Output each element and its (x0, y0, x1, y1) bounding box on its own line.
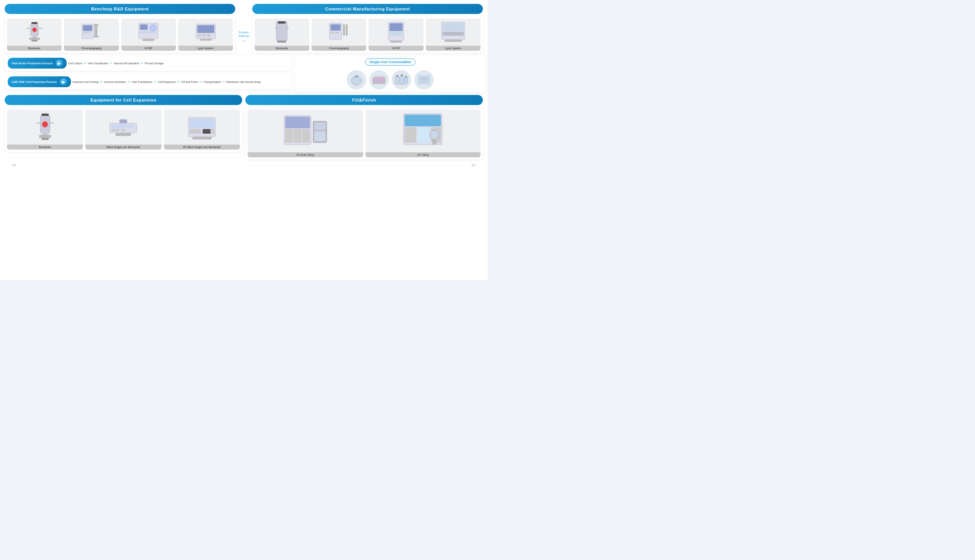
svg-rect-54 (405, 78, 408, 84)
svg-rect-71 (112, 129, 119, 131)
consumable-bottles-circle (392, 70, 411, 90)
top-equipment-section: Benchtop R&D Equipment (5, 4, 483, 53)
cell-expansion-grid: Bioreactor Wave Single-Us (5, 107, 242, 152)
consumables-items (298, 70, 483, 90)
svg-rect-38 (389, 23, 403, 31)
viral-label-text: Viral Vector Production Process (12, 62, 53, 65)
svg-rect-33 (331, 32, 334, 34)
consumable-tray (369, 70, 389, 90)
svg-rect-95 (432, 139, 436, 145)
svg-rect-80 (192, 137, 212, 140)
page: Benchtop R&D Equipment (0, 0, 488, 280)
benchtop-panel: Benchtop R&D Equipment (5, 4, 235, 53)
benchtop-chromatography-img (64, 19, 119, 46)
svg-rect-30 (277, 41, 286, 43)
viral-steps: Cell Culture ›› Viral Transfection ›› Ha… (67, 61, 288, 65)
svg-rect-22 (198, 34, 201, 37)
commercial-bioreactor-label: Bioreactor (255, 46, 309, 51)
viral-vector-label: Viral Vector Production Process ▶ (8, 58, 67, 69)
svg-rect-6 (31, 40, 38, 41)
benchtop-ufdf-label: UF/DF (121, 46, 176, 51)
svg-rect-85 (302, 129, 310, 143)
cart-arrow-icon: ▶ (60, 78, 67, 85)
dp-filling-img (365, 110, 481, 152)
bottom-row: Equipment for Cell Expansion (5, 95, 483, 160)
commercial-equipment-grid: Bioreactor Chromatography (252, 16, 483, 53)
benchtop-equipment-grid: Bioreactor (5, 16, 235, 53)
chevron-icon-2: ›› (110, 61, 113, 65)
svg-rect-26 (276, 21, 287, 41)
svg-point-94 (430, 130, 439, 140)
svg-rect-34 (335, 32, 339, 34)
viral-step-2: Viral Transfection (86, 62, 110, 65)
svg-rect-57 (405, 76, 407, 78)
svg-rect-66 (50, 122, 54, 123)
cart-chevron-3: ›› (153, 80, 157, 84)
cell-2dwave-card: 2D Wave Single-Use Bioreactor (164, 110, 240, 150)
commercial-chromatography-card: Chromatography (312, 19, 366, 51)
svg-rect-78 (203, 129, 211, 134)
bottles-icon (393, 73, 410, 87)
dp-filling-icon (401, 112, 444, 150)
svg-rect-68 (41, 138, 49, 140)
dp-filling-label: DP Filling (365, 152, 481, 157)
svg-rect-46 (355, 75, 358, 78)
svg-rect-25 (200, 39, 212, 41)
svg-rect-88 (314, 131, 326, 141)
cart-label-text: CAR-T/NK Cell Production Process (12, 81, 57, 83)
lysis-icon (194, 20, 217, 44)
fill-finish-section: Fill&Finish (245, 95, 483, 160)
svg-rect-28 (275, 28, 277, 29)
viral-step-3: Harvest &Purification (113, 62, 140, 65)
viral-arrow-icon: ▶ (56, 60, 63, 67)
tray-icon (371, 73, 387, 87)
svg-rect-59 (419, 77, 429, 78)
viral-vector-row: Viral Vector Production Process ▶ Cell C… (5, 55, 291, 71)
consumable-filter-circle (414, 70, 434, 90)
commercial-ufdf-card: UF/DF (369, 19, 423, 51)
svg-rect-83 (285, 129, 293, 143)
svg-rect-21 (197, 25, 214, 33)
wave-bioreactor-icon (108, 112, 139, 143)
svg-rect-87 (314, 122, 326, 130)
commercial-lysis-card: Lysis System (426, 19, 481, 51)
svg-rect-90 (405, 115, 441, 126)
commercial-ufdf-img (369, 19, 423, 46)
fill-finish-header: Fill&Finish (245, 95, 483, 105)
svg-rect-61 (419, 81, 429, 82)
commercial-bioreactor-img (255, 19, 309, 46)
cart-steps: Collection and Sorting ›› Immune Activat… (71, 80, 289, 84)
commercial-chroma-icon (327, 20, 351, 44)
svg-rect-10 (87, 32, 90, 33)
svg-rect-18 (141, 31, 156, 33)
commercial-ufdf-label: UF/DF (369, 46, 423, 51)
process-text: Process (239, 31, 248, 34)
consumables-header: Single-Use Consumables (365, 59, 415, 65)
commercial-lysis-label: Lysis System (426, 46, 481, 51)
cell-bioreactor-label: Bioreactor (7, 145, 83, 150)
svg-rect-32 (331, 24, 341, 31)
chevron-icon-1: ›› (83, 61, 86, 65)
commercial-ufdf-icon (386, 20, 406, 44)
page-numbers: 05 06 (5, 162, 483, 167)
consumable-bottles (392, 70, 411, 90)
svg-rect-27 (278, 21, 286, 24)
svg-rect-42 (443, 23, 464, 31)
commercial-bioreactor-card: Bioreactor (255, 19, 309, 51)
benchtop-bioreactor-card: Bioreactor (7, 19, 62, 51)
cell-wave-card: Wave Single-Use Bioreactor (85, 110, 161, 150)
svg-point-17 (150, 25, 156, 31)
page-num-left: 05 (12, 164, 16, 167)
svg-rect-40 (390, 41, 402, 43)
consumable-bag (347, 70, 366, 90)
svg-rect-84 (294, 129, 301, 143)
svg-rect-74 (119, 119, 127, 123)
cart-step-6: Transportation (202, 81, 222, 83)
benchtop-header: Benchtop R&D Equipment (5, 4, 235, 14)
benchtop-bioreactor-img (7, 19, 62, 46)
svg-rect-36 (346, 24, 348, 36)
commercial-lysis-icon (441, 20, 466, 44)
svg-rect-16 (140, 24, 148, 30)
svg-rect-65 (36, 122, 40, 123)
cart-chevron-1: ›› (100, 80, 103, 84)
